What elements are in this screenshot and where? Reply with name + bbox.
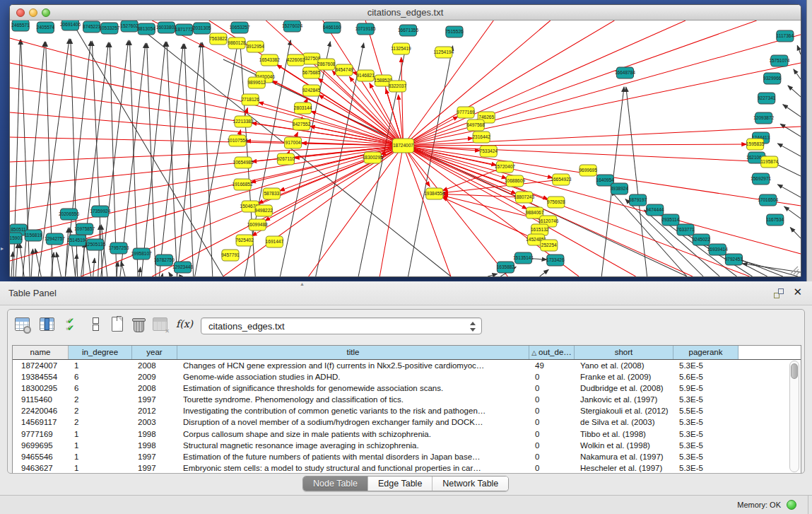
- cell-title[interactable]: Changes of HCN gene expression and I(f) …: [177, 360, 529, 371]
- network-node[interactable]: 8427552: [293, 119, 311, 130]
- network-node[interactable]: 9699695: [579, 165, 597, 176]
- network-node[interactable]: 15135141: [513, 252, 534, 264]
- network-node[interactable]: 10688609: [505, 175, 525, 187]
- network-node[interactable]: 9474444: [646, 204, 664, 216]
- cell-short[interactable]: Dudbridge et al. (2008): [575, 382, 673, 394]
- close-panel-icon[interactable]: ✕: [793, 286, 802, 298]
- cell-out_de[interactable]: 49: [529, 360, 575, 371]
- cell-name[interactable]: 9115460: [13, 394, 69, 405]
- cell-year[interactable]: 1998: [132, 428, 177, 440]
- network-node[interactable]: 12923448: [172, 262, 193, 273]
- network-node[interactable]: 20206556: [59, 209, 79, 220]
- clear-rows-icon[interactable]: [88, 317, 104, 332]
- table-row[interactable]: 2242004622012Investigating the contribut…: [13, 405, 801, 416]
- cell-in_degree[interactable]: 2: [69, 416, 132, 428]
- column-header-pagerank[interactable]: pagerank: [673, 346, 739, 359]
- cell-out_de[interactable]: 0: [529, 440, 575, 451]
- network-edge[interactable]: [177, 42, 201, 276]
- cell-out_de[interactable]: 0: [529, 428, 575, 440]
- network-node[interactable]: 16033803: [156, 22, 177, 33]
- network-node[interactable]: 10654985: [233, 157, 254, 168]
- network-node[interactable]: 18724007: [392, 139, 413, 153]
- table-row[interactable]: 977716911998Corpus callosum shape and si…: [13, 428, 801, 440]
- column-header-out_de[interactable]: △out_de…: [529, 346, 575, 359]
- cell-short[interactable]: Stergiakouli et al. (2012): [575, 405, 673, 416]
- network-node[interactable]: 11325419: [391, 43, 411, 54]
- cell-in_degree[interactable]: 1: [69, 462, 132, 474]
- network-node[interactable]: 4226063: [287, 54, 305, 66]
- network-node[interactable]: 10653257: [229, 22, 249, 33]
- column-header-year[interactable]: year: [132, 346, 177, 359]
- network-node[interactable]: 9899612: [247, 77, 266, 88]
- tab-node-table[interactable]: Node Table: [303, 477, 368, 491]
- cell-in_degree[interactable]: 1: [69, 451, 132, 462]
- network-node[interactable]: 1167534: [766, 214, 784, 226]
- cell-title[interactable]: Disruption of a novel member of a sodium…: [177, 416, 529, 428]
- cell-title[interactable]: Genome-wide association studies in ADHD.: [177, 371, 529, 382]
- network-node[interactable]: 1195874: [760, 156, 778, 168]
- network-node[interactable]: 18807243: [514, 192, 534, 203]
- network-node[interactable]: 12213383: [233, 116, 254, 127]
- network-node[interactable]: 12942757: [45, 233, 65, 245]
- network-node[interactable]: 2465571: [11, 21, 30, 31]
- network-node[interactable]: 8938924: [611, 183, 629, 194]
- network-node[interactable]: 252254: [541, 240, 558, 251]
- network-node[interactable]: 16099488: [247, 219, 268, 230]
- network-node[interactable]: 17359924: [90, 206, 110, 217]
- cell-name[interactable]: 22420046: [13, 405, 69, 416]
- network-edge[interactable]: [540, 269, 549, 276]
- network-node[interactable]: 9777169: [457, 107, 475, 118]
- network-node[interactable]: 17016504: [758, 194, 778, 206]
- network-edge[interactable]: [611, 191, 687, 276]
- network-edge[interactable]: [488, 274, 498, 276]
- table-row[interactable]: 1938455462009Genome-wide association stu…: [13, 371, 801, 382]
- network-edge[interactable]: [20, 243, 24, 276]
- network-edge[interactable]: [442, 197, 536, 240]
- network-node[interactable]: 9498222: [255, 205, 273, 216]
- tab-network-table[interactable]: Network Table: [433, 477, 508, 491]
- cell-in_degree[interactable]: 1: [69, 440, 132, 451]
- cell-year[interactable]: 1997: [132, 394, 177, 405]
- network-node[interactable]: 7515526: [445, 26, 464, 37]
- column-select-icon[interactable]: [40, 317, 55, 332]
- tab-edge-table[interactable]: Edge Table: [368, 477, 433, 491]
- network-node[interactable]: 8454749: [335, 64, 353, 76]
- cell-pagerank[interactable]: 5.5E-5: [673, 405, 739, 416]
- network-edge[interactable]: [794, 69, 801, 79]
- network-node[interactable]: 7633771: [676, 224, 695, 235]
- cell-short[interactable]: de Silva et al. (2003): [575, 416, 673, 428]
- network-window-titlebar[interactable]: citations_edges.txt: [10, 5, 801, 21]
- cell-name[interactable]: 18300295: [13, 382, 69, 394]
- table-row[interactable]: 1830029562008Estimation of significance …: [13, 382, 801, 394]
- cell-pagerank[interactable]: 5.9E-5: [673, 382, 739, 394]
- cell-title[interactable]: Investigating the contribution of common…: [177, 405, 529, 416]
- network-node[interactable]: 9860128: [228, 37, 246, 49]
- network-node[interactable]: 1117364: [777, 30, 794, 42]
- network-node[interactable]: 1691447: [266, 236, 284, 247]
- network-edge[interactable]: [117, 262, 118, 276]
- table-row[interactable]: 969969511998Structural magnetic resonanc…: [13, 440, 801, 451]
- network-edge[interactable]: [129, 40, 138, 276]
- function-icon[interactable]: f(x): [176, 318, 193, 334]
- network-edge[interactable]: [403, 35, 801, 146]
- network-node[interactable]: 10533257: [99, 23, 119, 34]
- network-node[interactable]: 3912954: [246, 41, 264, 52]
- network-node[interactable]: 19958107: [131, 248, 152, 259]
- left-panel-collapse-handle[interactable]: ▸: [1, 245, 4, 252]
- network-edge[interactable]: [93, 258, 95, 276]
- cell-short[interactable]: Yano et al. (2008): [575, 360, 673, 371]
- network-node[interactable]: 9756928: [547, 197, 565, 208]
- network-node[interactable]: 1733426: [546, 255, 565, 266]
- network-node[interactable]: 1527602: [120, 21, 139, 32]
- network-edge[interactable]: [11, 252, 13, 276]
- network-node[interactable]: 8745221: [83, 21, 101, 33]
- network-node[interactable]: 1871772: [175, 24, 194, 35]
- network-node[interactable]: 11254194: [434, 47, 454, 58]
- cell-out_de[interactable]: 0: [529, 462, 575, 474]
- network-edge[interactable]: [403, 146, 450, 276]
- network-edge[interactable]: [31, 249, 33, 276]
- network-node[interactable]: 16654923: [551, 174, 571, 185]
- cell-in_degree[interactable]: 2: [69, 405, 132, 416]
- memory-status-indicator[interactable]: [787, 500, 796, 510]
- network-node[interactable]: 15276024: [282, 21, 302, 32]
